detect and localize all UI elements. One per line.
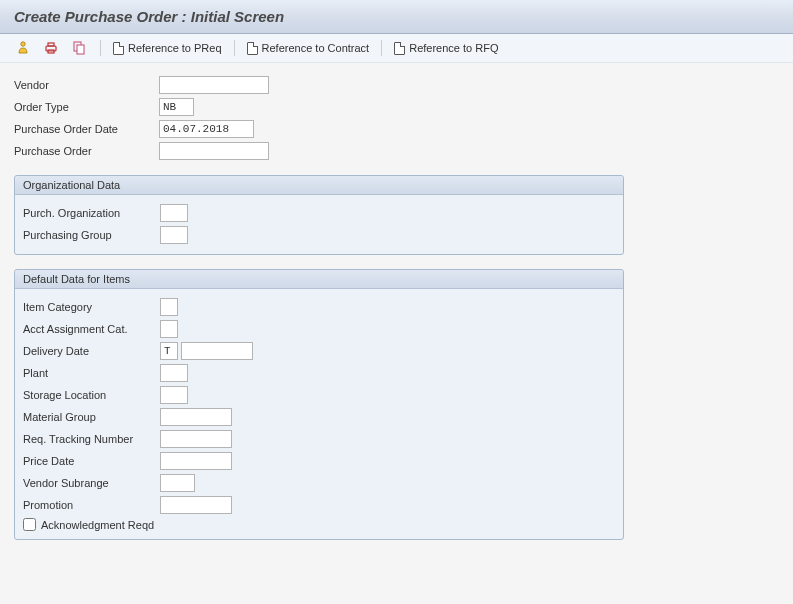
plant-input[interactable] xyxy=(160,364,188,382)
ack-reqd-checkbox[interactable] xyxy=(23,518,36,531)
delivery-date-label: Delivery Date xyxy=(23,345,160,357)
page-title: Create Purchase Order : Initial Screen xyxy=(0,0,793,34)
main-content: Vendor Order Type Purchase Order Date Pu… xyxy=(0,63,793,550)
price-date-label: Price Date xyxy=(23,455,160,467)
storage-loc-label: Storage Location xyxy=(23,389,160,401)
document-icon xyxy=(113,42,124,55)
po-label: Purchase Order xyxy=(14,145,159,157)
order-type-input[interactable] xyxy=(159,98,194,116)
acct-assign-input[interactable] xyxy=(160,320,178,338)
vendor-input[interactable] xyxy=(159,76,269,94)
org-levels-icon[interactable] xyxy=(14,39,32,57)
item-cat-label: Item Category xyxy=(23,301,160,313)
reference-to-preq-button[interactable]: Reference to PReq xyxy=(113,42,222,55)
button-label: Reference to RFQ xyxy=(409,42,498,54)
storage-loc-input[interactable] xyxy=(160,386,188,404)
material-grp-label: Material Group xyxy=(23,411,160,423)
purch-org-label: Purch. Organization xyxy=(23,207,160,219)
purch-org-input[interactable] xyxy=(160,204,188,222)
po-date-label: Purchase Order Date xyxy=(14,123,159,135)
purch-grp-input[interactable] xyxy=(160,226,188,244)
price-date-input[interactable] xyxy=(160,452,232,470)
svg-rect-5 xyxy=(77,45,84,54)
delivery-date-type-input[interactable] xyxy=(160,342,178,360)
toolbar-separator xyxy=(381,40,382,56)
svg-point-0 xyxy=(21,42,25,46)
default-data-group: Default Data for Items Item Category Acc… xyxy=(14,269,624,540)
toolbar-separator xyxy=(234,40,235,56)
delivery-date-input[interactable] xyxy=(181,342,253,360)
item-cat-input[interactable] xyxy=(160,298,178,316)
document-icon xyxy=(394,42,405,55)
group-title: Organizational Data xyxy=(15,176,623,195)
header-fields: Vendor Order Type Purchase Order Date Pu… xyxy=(14,74,779,161)
req-track-label: Req. Tracking Number xyxy=(23,433,160,445)
po-input[interactable] xyxy=(159,142,269,160)
button-label: Reference to PReq xyxy=(128,42,222,54)
acct-assign-label: Acct Assignment Cat. xyxy=(23,323,160,335)
vendor-label: Vendor xyxy=(14,79,159,91)
purch-grp-label: Purchasing Group xyxy=(23,229,160,241)
svg-rect-2 xyxy=(48,43,54,46)
reference-to-rfq-button[interactable]: Reference to RFQ xyxy=(394,42,498,55)
button-label: Reference to Contract xyxy=(262,42,370,54)
copy-icon[interactable] xyxy=(70,39,88,57)
toolbar-separator xyxy=(100,40,101,56)
group-title: Default Data for Items xyxy=(15,270,623,289)
print-icon[interactable] xyxy=(42,39,60,57)
reference-to-contract-button[interactable]: Reference to Contract xyxy=(247,42,370,55)
toolbar: Reference to PReq Reference to Contract … xyxy=(0,34,793,63)
req-track-input[interactable] xyxy=(160,430,232,448)
vendor-subrange-label: Vendor Subrange xyxy=(23,477,160,489)
ack-reqd-label: Acknowledgment Reqd xyxy=(41,519,154,531)
organizational-data-group: Organizational Data Purch. Organization … xyxy=(14,175,624,255)
po-date-input[interactable] xyxy=(159,120,254,138)
promotion-label: Promotion xyxy=(23,499,160,511)
material-grp-input[interactable] xyxy=(160,408,232,426)
promotion-input[interactable] xyxy=(160,496,232,514)
document-icon xyxy=(247,42,258,55)
order-type-label: Order Type xyxy=(14,101,159,113)
plant-label: Plant xyxy=(23,367,160,379)
vendor-subrange-input[interactable] xyxy=(160,474,195,492)
